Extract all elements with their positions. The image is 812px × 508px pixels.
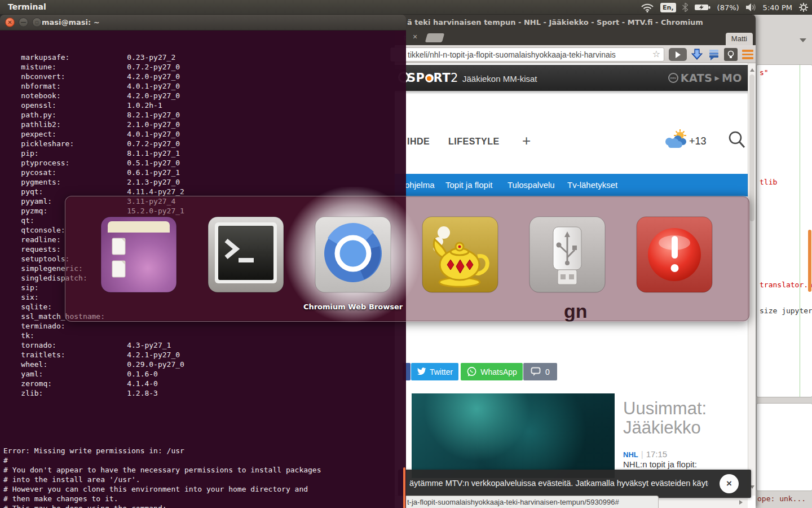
- browser-menu-icon[interactable]: [741, 48, 754, 61]
- nav-item-viihde[interactable]: IHDE: [407, 137, 430, 147]
- weather-icon[interactable]: [663, 129, 689, 151]
- blank-line: [3, 417, 321, 427]
- minimize-button[interactable]: —: [19, 17, 28, 27]
- scroll-right-icon[interactable]: [739, 500, 745, 505]
- scroll-up-icon[interactable]: [750, 66, 754, 72]
- maximize-button[interactable]: ◻: [32, 17, 42, 27]
- close-button[interactable]: ✕: [5, 17, 15, 27]
- profile-badge[interactable]: Matti: [726, 33, 753, 45]
- comments-button[interactable]: 0: [523, 363, 557, 380]
- terminal-output-line: #: [3, 456, 321, 465]
- comment-bubble-icon: [531, 367, 541, 376]
- twitter-share-button[interactable]: Twitter: [411, 363, 458, 380]
- package-line: pygments: 2.1.3-py27_0: [3, 177, 321, 187]
- latest-heading: Jääkiekko: [623, 418, 701, 438]
- switcher-app-lamp-icon[interactable]: [418, 212, 502, 297]
- new-tab-button[interactable]: [425, 33, 445, 42]
- cookie-close-button[interactable]: ×: [720, 474, 739, 493]
- package-line: ptyprocess: 0.5.1-py27_0: [3, 158, 321, 168]
- category-tag[interactable]: NHL: [623, 450, 638, 459]
- package-line: pickleshare: 0.7.2-py27_0: [3, 139, 321, 148]
- package-line: notebook: 4.2.0-py27_0: [3, 91, 321, 100]
- switcher-app-terminal-icon[interactable]: [204, 212, 288, 297]
- lightbulb-extension-icon[interactable]: [724, 48, 738, 61]
- editor-status-text: ope: unk...: [757, 494, 806, 503]
- sub-navigation: ohjelma Topit ja flopit Tulospalvelu Tv-…: [395, 174, 748, 196]
- twitter-share-label: Twitter: [430, 367, 453, 376]
- tab-close-icon[interactable]: ×: [413, 32, 417, 41]
- katsomo-logo[interactable]: mtv KATS ▶ MO: [668, 72, 742, 84]
- search-icon[interactable]: [727, 130, 747, 152]
- editor-scrollbar-thumb[interactable]: [808, 230, 811, 292]
- terminal-scrollbar-thumb[interactable]: [403, 467, 405, 508]
- editor-text-fragment: translator.h: [760, 281, 812, 289]
- nav-more-button[interactable]: +: [522, 132, 531, 150]
- article-image[interactable]: [412, 393, 615, 478]
- system-tray: En, (87%) 5:40 PM: [641, 0, 809, 15]
- desktop: s" tlib translator.h size jupyter ope: u…: [0, 0, 812, 508]
- sport-subtitle[interactable]: Jääkiekon MM-kisat: [462, 74, 537, 84]
- browser-titlebar[interactable]: ä teki harvinaisen tempun - NHL - Jääkie…: [395, 15, 756, 30]
- alt-tab-switcher: Chromium Web Browser: [65, 196, 750, 322]
- whatsapp-icon: [466, 366, 477, 377]
- package-line: traitlets: 4.2.1-py27_0: [3, 350, 321, 360]
- battery-icon[interactable]: [694, 3, 711, 12]
- timestamp: 17:15: [646, 449, 668, 459]
- package-line: yaml: 0.1.6-0: [3, 369, 321, 379]
- scrollbar-thumb[interactable]: [749, 75, 754, 221]
- package-line: mistune: 0.7.2-py27_0: [3, 62, 321, 72]
- switcher-selected-label: Chromium Web Browser: [299, 303, 407, 311]
- cookie-notice-text: äytämme MTV:n verkkopalveluissa evästeit…: [409, 479, 708, 488]
- terminal-output-line: # This may be done using the command:: [3, 503, 321, 508]
- nav-item-lifestyle[interactable]: LIFESTYLE: [448, 137, 500, 147]
- switcher-app-usb-icon[interactable]: [525, 212, 610, 297]
- whatsapp-share-label: WhatsApp: [480, 367, 517, 376]
- editor-text-fragment: s": [760, 68, 769, 77]
- volume-icon[interactable]: [745, 3, 757, 12]
- wifi-icon[interactable]: [641, 2, 654, 12]
- download-helper-extension-icon[interactable]: [690, 48, 704, 62]
- active-app-name[interactable]: Terminal: [8, 2, 46, 11]
- package-line: terminado:: [3, 321, 321, 331]
- editor-secondary-pane[interactable]: [756, 403, 812, 491]
- switcher-app-chromium-icon[interactable]: [311, 212, 395, 297]
- header-shadow: [395, 91, 748, 94]
- subnav-item[interactable]: Tulospalvelu: [508, 180, 555, 190]
- url-bar[interactable]: tikkeli/nhl-n-topit-ja-flopit-suomalaish…: [390, 47, 664, 62]
- keyboard-layout-badge[interactable]: En,: [660, 3, 676, 12]
- play-icon: ▶: [714, 75, 719, 82]
- package-line: path.py: 8.2.1-py27_0: [3, 110, 321, 120]
- package-line: markupsafe: 0.23-py27_2: [3, 52, 321, 62]
- video-extension-icon[interactable]: [669, 48, 687, 61]
- terminal-titlebar[interactable]: ✕ — ◻ masi@masi: ~: [0, 15, 406, 30]
- package-line: nbconvert: 4.2.0-py27_0: [3, 72, 321, 81]
- cookie-notice-bar: äytämme MTV:n verkkopalveluissa evästeit…: [398, 470, 751, 498]
- browser-tabstrip: t × Matti: [395, 30, 756, 45]
- switcher-app-files-icon[interactable]: [96, 212, 181, 297]
- bookmark-star-icon[interactable]: ☆: [652, 49, 660, 59]
- terminal-output-line: # then make changes to it.: [3, 494, 321, 503]
- editor-dropdown-arrow-icon[interactable]: [800, 38, 806, 46]
- terminal-title: masi@masi: ~: [42, 18, 100, 27]
- comment-count: 0: [545, 367, 550, 376]
- switcher-app-error-icon[interactable]: [632, 212, 717, 297]
- package-line: pyqt: 4.11.4-py27_2: [3, 187, 321, 196]
- whatsapp-share-button[interactable]: WhatsApp: [461, 363, 523, 380]
- notes-extension-icon[interactable]: [707, 48, 721, 62]
- editor-window[interactable]: s" tlib translator.h size jupyter ope: u…: [754, 15, 812, 508]
- package-line: pexpect: 4.0.1-py27_0: [3, 129, 321, 139]
- browser-window-title: ä teki harvinaisen tempun - NHL - Jääkie…: [407, 18, 745, 27]
- sport-logo[interactable]: SPRT2: [407, 71, 458, 85]
- gear-icon[interactable]: [798, 2, 809, 12]
- clock[interactable]: 5:40 PM: [763, 3, 792, 12]
- latest-item-title[interactable]: NHL:n topit ja flopit:: [623, 459, 697, 469]
- editor-document-pane[interactable]: s" tlib translator.h size jupyter: [756, 64, 812, 397]
- subnav-item[interactable]: Topit ja flopit: [445, 180, 492, 190]
- editor-margin-guide: [800, 65, 800, 397]
- bluetooth-icon[interactable]: [682, 3, 688, 12]
- subnav-item[interactable]: Tv-lähetykset: [567, 180, 617, 190]
- package-line: wheel: 0.29.0-py27_0: [3, 360, 321, 369]
- package-line: openssl: 1.0.2h-1: [3, 100, 321, 110]
- temperature-value: +13: [689, 135, 707, 147]
- url-text[interactable]: tikkeli/nhl-n-topit-ja-flopit-suomalaish…: [408, 50, 647, 59]
